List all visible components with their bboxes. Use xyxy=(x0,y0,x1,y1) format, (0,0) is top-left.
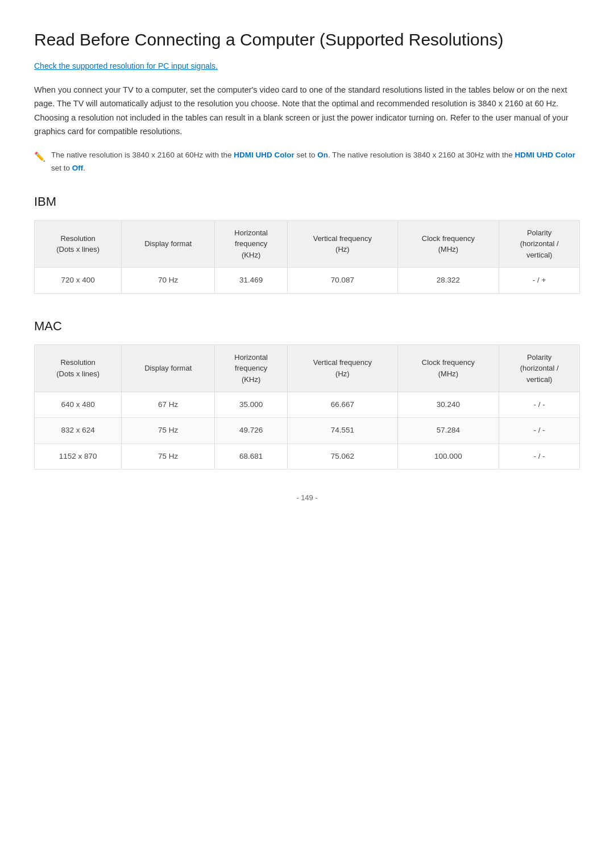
cell-h-freq: 31.469 xyxy=(215,268,288,293)
table-row: 720 x 400 70 Hz 31.469 70.087 28.322 - /… xyxy=(35,268,580,293)
cell-resolution: 640 x 480 xyxy=(35,392,122,418)
cell-clock: 28.322 xyxy=(397,268,499,293)
cell-display-format: 70 Hz xyxy=(122,268,215,293)
cell-polarity: - / + xyxy=(499,268,580,293)
note-box: ✏️ The native resolution is 3840 x 2160 … xyxy=(34,149,580,175)
page-title: Read Before Connecting a Computer (Suppo… xyxy=(34,28,580,51)
ibm-col-v-freq: Vertical frequency(Hz) xyxy=(288,220,397,268)
cell-clock: 57.284 xyxy=(397,418,499,443)
cell-clock: 30.240 xyxy=(397,392,499,418)
cell-resolution: 720 x 400 xyxy=(35,268,122,293)
table-row: 1152 x 870 75 Hz 68.681 75.062 100.000 -… xyxy=(35,443,580,469)
cell-resolution: 1152 x 870 xyxy=(35,443,122,469)
cell-display-format: 75 Hz xyxy=(122,418,215,443)
cell-h-freq: 49.726 xyxy=(215,418,288,443)
mac-col-resolution: Resolution(Dots x lines) xyxy=(35,344,122,392)
cell-v-freq: 75.062 xyxy=(288,443,397,469)
ibm-col-h-freq: Horizontalfrequency(KHz) xyxy=(215,220,288,268)
cell-h-freq: 35.000 xyxy=(215,392,288,418)
cell-display-format: 75 Hz xyxy=(122,443,215,469)
ibm-table-header-row: Resolution(Dots x lines) Display format … xyxy=(35,220,580,268)
ibm-col-polarity: Polarity(horizontal /vertical) xyxy=(499,220,580,268)
ibm-section-title: IBM xyxy=(34,192,580,211)
cell-display-format: 67 Hz xyxy=(122,392,215,418)
cell-polarity: - / - xyxy=(499,392,580,418)
mac-table: Resolution(Dots x lines) Display format … xyxy=(34,344,580,470)
intro-paragraph: When you connect your TV to a computer, … xyxy=(34,83,580,139)
link-highlight[interactable]: Check the supported resolution for PC in… xyxy=(34,60,580,73)
cell-polarity: - / - xyxy=(499,443,580,469)
ibm-table: Resolution(Dots x lines) Display format … xyxy=(34,220,580,294)
ibm-col-clock: Clock frequency(MHz) xyxy=(397,220,499,268)
cell-clock: 100.000 xyxy=(397,443,499,469)
note-text: The native resolution is 3840 x 2160 at … xyxy=(51,149,580,175)
table-row: 640 x 480 67 Hz 35.000 66.667 30.240 - /… xyxy=(35,392,580,418)
mac-section: MAC Resolution(Dots x lines) Display for… xyxy=(34,317,580,470)
mac-col-display-format: Display format xyxy=(122,344,215,392)
ibm-col-display-format: Display format xyxy=(122,220,215,268)
pencil-icon: ✏️ xyxy=(34,150,45,164)
cell-resolution: 832 x 624 xyxy=(35,418,122,443)
mac-col-h-freq: Horizontalfrequency(KHz) xyxy=(215,344,288,392)
ibm-col-resolution: Resolution(Dots x lines) xyxy=(35,220,122,268)
mac-table-header-row: Resolution(Dots x lines) Display format … xyxy=(35,344,580,392)
cell-v-freq: 66.667 xyxy=(288,392,397,418)
mac-section-title: MAC xyxy=(34,317,580,335)
mac-col-clock: Clock frequency(MHz) xyxy=(397,344,499,392)
mac-col-polarity: Polarity(horizontal /vertical) xyxy=(499,344,580,392)
cell-h-freq: 68.681 xyxy=(215,443,288,469)
mac-col-v-freq: Vertical frequency(Hz) xyxy=(288,344,397,392)
page-number: - 149 - xyxy=(34,492,580,504)
table-row: 832 x 624 75 Hz 49.726 74.551 57.284 - /… xyxy=(35,418,580,443)
cell-polarity: - / - xyxy=(499,418,580,443)
ibm-section: IBM Resolution(Dots x lines) Display for… xyxy=(34,192,580,294)
cell-v-freq: 74.551 xyxy=(288,418,397,443)
cell-v-freq: 70.087 xyxy=(288,268,397,293)
